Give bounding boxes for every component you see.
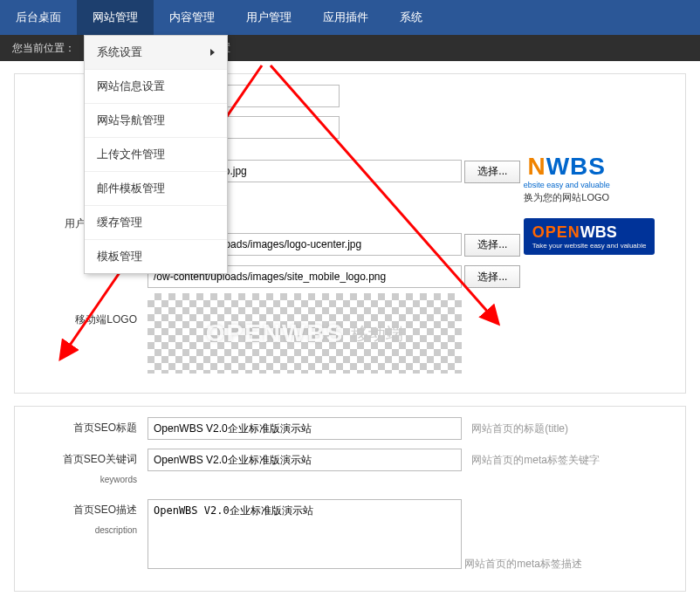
logo-en-text: ebsite easy and valuable — [524, 181, 610, 189]
mobile-brand: OPENWBS — [206, 319, 345, 347]
logo-choose-button[interactable]: 选择... — [464, 161, 520, 183]
mobile-choose-button[interactable]: 选择... — [464, 265, 520, 288]
logo-brand-right: WBS — [546, 153, 606, 180]
menu-system-settings[interactable]: 系统设置 — [85, 36, 227, 70]
nav-system[interactable]: 系统 — [384, 0, 438, 35]
mobile-logo-preview: OPENWBS 移动端 — [148, 293, 462, 374]
ucenter-choose-button[interactable]: 选择... — [464, 234, 520, 257]
seo-keywords-input[interactable] — [148, 449, 462, 471]
ucenter-brand-wbs: WBS — [580, 223, 617, 241]
site-manage-dropdown: 系统设置 网站信息设置 网站导航管理 上传文件管理 邮件模板管理 缓存管理 模板… — [84, 35, 228, 274]
ucenter-brand-open: OPEN — [532, 223, 580, 241]
nav-user-manage[interactable]: 用户管理 — [230, 0, 307, 35]
ucenter-logo-preview: OPENWBS Take your website easy and valua… — [524, 218, 655, 255]
logo-cn-text: 换为您的网站LOGO — [524, 191, 609, 204]
seo-title-label: 首页SEO标题 — [25, 417, 148, 438]
seo-keywords-hint: 网站首页的meta标签关键字 — [471, 454, 600, 466]
mobile-sub: 移动端 — [351, 322, 403, 346]
chevron-right-icon — [210, 49, 215, 56]
seo-desc-label-cn: 首页SEO描述 — [73, 504, 137, 516]
seo-desc-label: 首页SEO描述 description — [25, 499, 148, 541]
nav-content-manage[interactable]: 内容管理 — [154, 0, 230, 35]
nav-desktop[interactable]: 后台桌面 — [0, 0, 77, 35]
ucenter-sub-text: Take your website easy and valuable — [532, 242, 647, 250]
seo-title-hint: 网站首页的标题(title) — [471, 422, 568, 435]
logo-preview: NWBS ebsite easy and valuable 换为您的网站LOGO — [524, 153, 610, 204]
seo-desc-hint: 网站首页的meta标签描述 — [464, 557, 582, 572]
menu-mail-template[interactable]: 邮件模板管理 — [85, 172, 227, 206]
seo-desc-label-en: description — [25, 520, 137, 541]
menu-upload-files[interactable]: 上传文件管理 — [85, 138, 227, 172]
menu-cache[interactable]: 缓存管理 — [85, 206, 227, 240]
menu-site-nav[interactable]: 网站导航管理 — [85, 104, 227, 138]
mobile-logo-label: 移动端LOGO — [25, 265, 148, 330]
menu-template[interactable]: 模板管理 — [85, 240, 227, 273]
top-nav: 后台桌面 网站管理 内容管理 用户管理 应用插件 系统 — [0, 0, 700, 35]
seo-title-input[interactable] — [148, 417, 462, 440]
seo-keywords-label-en: keywords — [25, 469, 137, 490]
breadcrumb-prefix: 您当前位置： — [12, 42, 75, 54]
panel-seo: 首页SEO标题 网站首页的标题(title) 首页SEO关键词 keywords… — [14, 406, 686, 592]
seo-desc-input[interactable] — [148, 499, 462, 569]
menu-item-label: 系统设置 — [97, 45, 142, 60]
seo-keywords-label-cn: 首页SEO关键词 — [63, 453, 137, 465]
seo-keywords-label: 首页SEO关键词 keywords — [25, 449, 148, 490]
logo-brand-left: N — [527, 153, 546, 180]
nav-plugins[interactable]: 应用插件 — [307, 0, 384, 35]
menu-site-info[interactable]: 网站信息设置 — [85, 70, 227, 104]
nav-site-manage[interactable]: 网站管理 — [77, 0, 154, 35]
